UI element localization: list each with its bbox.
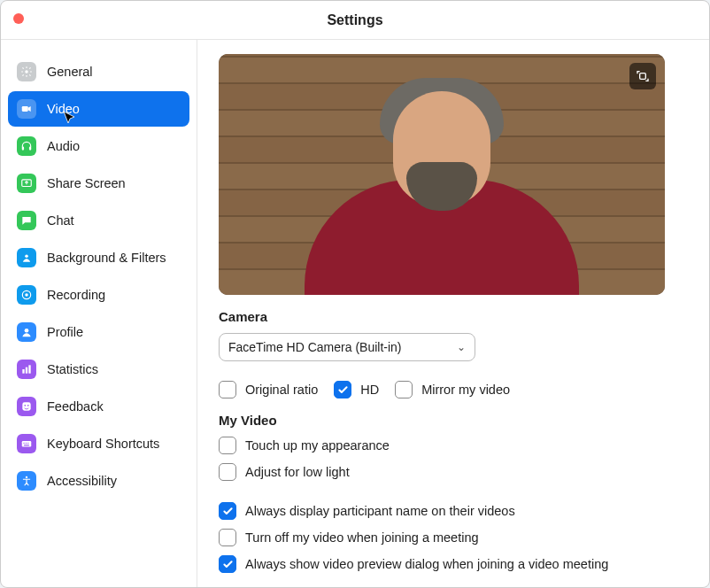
sidebar-item-label: Statistics bbox=[47, 362, 98, 376]
titlebar: Settings bbox=[1, 1, 709, 40]
sidebar-item-audio[interactable]: Audio bbox=[8, 128, 189, 164]
svg-rect-16 bbox=[24, 443, 25, 444]
svg-rect-11 bbox=[28, 365, 30, 373]
video-settings-panel: Camera FaceTime HD Camera (Built-in) ⌄ O… bbox=[197, 40, 709, 587]
sidebar-item-keyboard-shortcuts[interactable]: Keyboard Shortcuts bbox=[8, 426, 189, 461]
share-screen-icon bbox=[17, 174, 36, 193]
sidebar-item-label: Video bbox=[47, 102, 80, 116]
settings-window: Settings General Video Audio bbox=[0, 0, 710, 588]
headphones-icon bbox=[17, 136, 36, 156]
svg-point-0 bbox=[25, 70, 28, 74]
svg-point-14 bbox=[27, 405, 29, 406]
display-name-checkbox[interactable] bbox=[219, 502, 236, 520]
profile-icon bbox=[17, 322, 36, 342]
sidebar-item-label: Share Screen bbox=[47, 176, 126, 190]
svg-rect-18 bbox=[27, 443, 28, 444]
sidebar-item-profile[interactable]: Profile bbox=[8, 314, 189, 350]
mirror-label: Mirror my video bbox=[421, 383, 510, 397]
video-preview bbox=[219, 54, 665, 295]
touch-up-checkbox[interactable] bbox=[219, 437, 236, 454]
turn-off-video-checkbox[interactable] bbox=[219, 529, 236, 546]
camera-select[interactable]: FaceTime HD Camera (Built-in) ⌄ bbox=[219, 333, 475, 361]
sidebar-item-label: Keyboard Shortcuts bbox=[47, 437, 159, 451]
svg-rect-1 bbox=[22, 106, 28, 112]
svg-rect-15 bbox=[22, 441, 32, 446]
turn-off-video-label: Turn off my video when joining a meeting bbox=[245, 530, 479, 545]
keyboard-icon bbox=[17, 434, 36, 453]
window-body: General Video Audio Share Screen bbox=[1, 40, 709, 587]
svg-rect-3 bbox=[29, 147, 31, 151]
feedback-icon bbox=[17, 397, 36, 416]
preview-dialog-label: Always show video preview dialog when jo… bbox=[245, 557, 608, 571]
sidebar-item-label: General bbox=[47, 65, 93, 79]
sidebar-item-background-filters[interactable]: Background & Filters bbox=[8, 240, 189, 275]
svg-rect-17 bbox=[26, 443, 27, 444]
sidebar-item-share-screen[interactable]: Share Screen bbox=[8, 166, 189, 201]
sidebar-item-label: Audio bbox=[47, 139, 80, 153]
sidebar-item-label: Recording bbox=[47, 288, 105, 302]
sidebar-item-general[interactable]: General bbox=[8, 54, 189, 89]
original-ratio-checkbox[interactable] bbox=[219, 381, 236, 398]
window-title: Settings bbox=[1, 12, 709, 28]
touch-up-label: Touch up my appearance bbox=[245, 438, 390, 453]
svg-rect-9 bbox=[22, 369, 24, 374]
svg-point-13 bbox=[24, 405, 26, 406]
hd-label: HD bbox=[360, 383, 379, 397]
sidebar-item-video[interactable]: Video bbox=[8, 91, 189, 127]
recording-icon bbox=[17, 285, 36, 305]
sidebar-item-chat[interactable]: Chat bbox=[8, 203, 189, 238]
svg-rect-21 bbox=[640, 74, 646, 80]
chat-icon bbox=[17, 211, 36, 230]
sidebar-item-label: Feedback bbox=[47, 399, 104, 414]
sidebar-item-statistics[interactable]: Statistics bbox=[8, 352, 189, 387]
original-ratio-label: Original ratio bbox=[245, 383, 318, 397]
display-name-label: Always display participant name on their… bbox=[245, 504, 515, 518]
chevron-down-icon: ⌄ bbox=[457, 341, 466, 353]
sidebar-item-label: Profile bbox=[47, 325, 83, 339]
window-controls bbox=[13, 13, 24, 24]
rotate-camera-button[interactable] bbox=[629, 63, 656, 89]
svg-rect-19 bbox=[24, 445, 29, 445]
preview-person bbox=[318, 109, 566, 295]
mirror-checkbox[interactable] bbox=[395, 381, 413, 398]
sidebar-item-accessibility[interactable]: Accessibility bbox=[8, 463, 189, 499]
sidebar-item-label: Chat bbox=[47, 213, 74, 228]
background-icon bbox=[17, 248, 36, 267]
camera-heading: Camera bbox=[219, 309, 688, 324]
low-light-checkbox[interactable] bbox=[219, 463, 236, 481]
camera-select-value: FaceTime HD Camera (Built-in) bbox=[228, 340, 402, 354]
sidebar-item-recording[interactable]: Recording bbox=[8, 277, 189, 313]
svg-point-5 bbox=[25, 255, 28, 259]
gear-icon bbox=[17, 62, 36, 81]
video-icon bbox=[17, 99, 36, 119]
sidebar-item-label: Background & Filters bbox=[47, 251, 166, 265]
statistics-icon bbox=[17, 360, 36, 379]
sidebar-item-label: Accessibility bbox=[47, 474, 117, 488]
svg-point-8 bbox=[25, 329, 29, 333]
svg-rect-10 bbox=[26, 368, 27, 374]
my-video-heading: My Video bbox=[219, 413, 688, 428]
svg-point-7 bbox=[25, 293, 28, 297]
svg-rect-2 bbox=[22, 147, 24, 151]
low-light-label: Adjust for low light bbox=[245, 465, 350, 479]
accessibility-icon bbox=[17, 471, 36, 491]
hd-checkbox[interactable] bbox=[334, 381, 351, 398]
settings-sidebar: General Video Audio Share Screen bbox=[1, 40, 197, 587]
sidebar-item-feedback[interactable]: Feedback bbox=[8, 389, 189, 424]
preview-dialog-checkbox[interactable] bbox=[219, 555, 236, 573]
svg-point-20 bbox=[26, 476, 27, 478]
close-window-button[interactable] bbox=[13, 13, 24, 24]
rotate-icon bbox=[636, 69, 650, 83]
